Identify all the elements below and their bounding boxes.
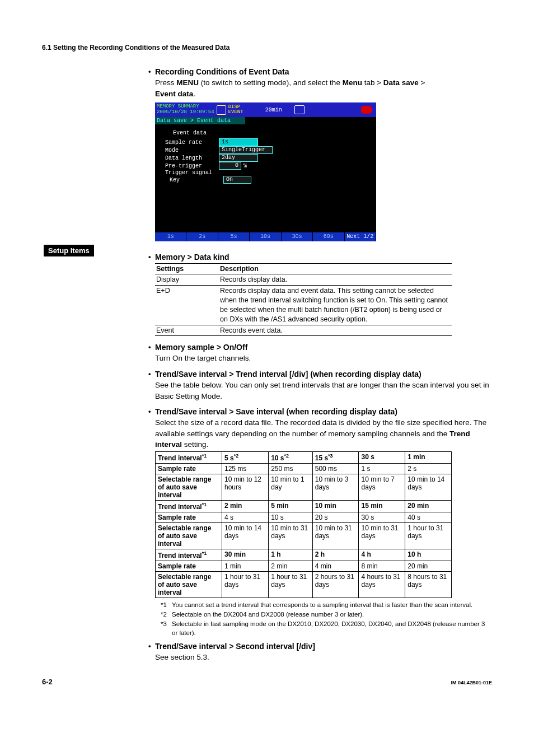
txt: (to switch to setting mode), and select … — [199, 78, 343, 87]
footnotes: *1You cannot set a trend interval that c… — [161, 600, 492, 637]
memory-sample-text: Turn On the target channels. — [155, 353, 492, 364]
row-value[interactable]: 0 — [219, 162, 241, 170]
cell: 5 s*2 — [222, 451, 269, 463]
softkeys: 1s 2s 5s 10s 30s 60s Next 1/2 — [155, 232, 376, 241]
txt: tab > — [362, 78, 383, 87]
trend-table: Trend interval*1 5 s*2 10 s*2 15 s*3 30 … — [155, 451, 452, 598]
txt: setting. — [182, 440, 208, 449]
cell: 1 min — [222, 561, 269, 571]
col-settings: Settings — [155, 264, 219, 274]
row-label: Sample rate — [156, 512, 222, 522]
cell: 500 ms — [312, 463, 359, 474]
cell: 4 h — [359, 549, 405, 561]
fn-text: Selectable on the DX2004 and DX2008 (rel… — [172, 610, 364, 619]
cell: 15 s*3 — [312, 451, 359, 463]
dk-desc: Records display data and event data. Thi… — [219, 286, 452, 325]
cell: 1 hour to 31 days — [222, 571, 269, 598]
cell: 20 s — [312, 512, 359, 522]
txt: > — [419, 78, 425, 87]
bullet-dot: • — [148, 370, 155, 379]
bullet-dot: • — [148, 67, 155, 76]
form-row: Trigger signal — [165, 170, 369, 176]
instrument-topbar: MEMORY SUMMARY 2005/10/28 19:09:54 DISP … — [155, 102, 376, 117]
cell: 10 min to 31 days — [269, 522, 313, 549]
bullet-memory-sample: • Memory sample > On/Off — [148, 343, 492, 352]
bullet-second-interval: • Trend/Save interval > Second interval … — [148, 642, 492, 651]
cell: 1 hour to 31 days — [269, 571, 313, 598]
cell: 10 min to 3 days — [312, 474, 359, 500]
cell: 10 min to 7 days — [359, 474, 405, 500]
row-label: Sample rate — [156, 463, 222, 474]
event-label: EVENT — [228, 110, 243, 115]
cell: 8 hours to 31 days — [405, 571, 452, 598]
cell: 30 min — [222, 549, 269, 561]
trend-interval-title: Trend/Save interval > Trend interval [/d… — [155, 370, 421, 379]
cell: 10 min to 1 day — [269, 474, 313, 500]
txt: Select the size of a record data file. T… — [155, 418, 486, 438]
instrument-breadcrumb: Data save > Event data — [155, 117, 245, 124]
row-value[interactable]: 1s — [219, 138, 258, 146]
memory-data-kind-title: Memory > Data kind — [155, 253, 229, 262]
cell: 1 hour to 31 days — [405, 522, 452, 549]
form-row: KeyOn — [165, 176, 369, 184]
cell: 2 s — [405, 463, 452, 474]
cell: 10 s — [269, 512, 313, 522]
cell: 125 ms — [222, 463, 269, 474]
save-interval-text: Select the size of a record data file. T… — [155, 417, 492, 450]
cell: 1 h — [269, 549, 313, 561]
camera-icon — [294, 105, 305, 114]
group-label: Event data — [173, 130, 369, 136]
cell: 250 ms — [269, 463, 313, 474]
form-row: ModeSingleTrigger — [165, 146, 369, 154]
form-row: Pre-trigger0% — [165, 162, 369, 170]
softkey[interactable]: 60s — [313, 232, 344, 241]
softkey[interactable]: 10s — [250, 232, 281, 241]
row-value[interactable]: SingleTrigger — [219, 146, 273, 154]
menu-word: Menu — [343, 78, 362, 87]
instrument-screenshot: MEMORY SUMMARY 2005/10/28 19:09:54 DISP … — [155, 102, 376, 241]
softkey[interactable]: 2s — [186, 232, 218, 241]
speaker-icon — [361, 106, 372, 114]
txt: Press — [155, 78, 176, 87]
row-label: Trend interval*1 — [156, 549, 222, 561]
cell: 10 min to 14 days — [222, 522, 269, 549]
softkey[interactable]: 5s — [218, 232, 250, 241]
cell: 30 s — [359, 512, 405, 522]
cell: 2 min — [222, 500, 269, 512]
fn-mark: *2 — [161, 610, 172, 619]
bullet-trend-interval: • Trend/Save interval > Trend interval [… — [148, 370, 492, 379]
rec-conditions-title: Recording Conditions of Event Data — [155, 67, 289, 76]
softkey[interactable]: 30s — [282, 232, 313, 241]
instrument-form: Event data Sample rate1s ModeSingleTrigg… — [155, 124, 376, 189]
softkey[interactable]: 1s — [155, 232, 186, 241]
form-row: Data length2day — [165, 154, 369, 162]
dk-desc: Records display data. — [219, 274, 452, 286]
softkey-next[interactable]: Next 1/2 — [345, 232, 376, 241]
fn-mark: *3 — [161, 619, 172, 637]
cell: 20 min — [405, 500, 452, 512]
menu-word: MENU — [176, 78, 199, 87]
row-label: Trend interval*1 — [156, 500, 222, 512]
cell: 4 s — [222, 512, 269, 522]
cell: 10 min to 12 hours — [222, 474, 269, 500]
form-row: Sample rate1s — [165, 138, 369, 146]
cell: 20 min — [405, 561, 452, 571]
cell: 10 min to 31 days — [359, 522, 405, 549]
save-interval-title: Trend/Save interval > Save interval (whe… — [155, 407, 397, 416]
time-indicator: 20min — [265, 107, 282, 113]
row-value[interactable]: 2day — [219, 154, 258, 162]
row-label: Selectable range of auto save interval — [156, 474, 222, 500]
cell: 40 s — [405, 512, 452, 522]
bullet-dot: • — [148, 642, 155, 651]
section-header: 6.1 Setting the Recording Conditions of … — [42, 44, 492, 52]
row-label: Selectable range of auto save interval — [156, 522, 222, 549]
row-value[interactable]: On — [223, 176, 251, 184]
bullet-dot: • — [148, 343, 155, 352]
bullet-memory-data-kind: • Memory > Data kind — [148, 253, 492, 262]
cell: 10 min to 31 days — [312, 522, 359, 549]
cell: 1 min — [405, 451, 452, 463]
row-suffix: % — [243, 163, 247, 169]
rec-conditions-text: Press MENU (to switch to setting mode), … — [155, 77, 492, 99]
page-number: 6-2 — [42, 678, 53, 686]
cell: 30 s — [359, 451, 405, 463]
